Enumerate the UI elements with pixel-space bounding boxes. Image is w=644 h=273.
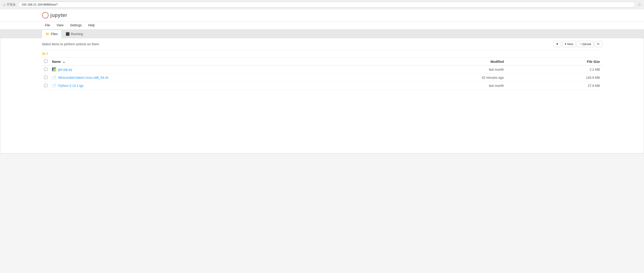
jupyter-logo: jupyter [0, 11, 644, 21]
breadcrumb-path: / [47, 52, 48, 56]
file-icon: 🐍 [52, 67, 56, 72]
refresh-button[interactable]: ↻ [594, 41, 602, 47]
menu-help[interactable]: Help [85, 21, 98, 29]
sort-arrow-icon: ▲ [63, 60, 65, 63]
row-size-cell: 140.9 MB [506, 74, 602, 82]
upload-button[interactable]: ↑ Upload [577, 41, 594, 47]
running-tab-label: Running [71, 32, 83, 36]
modified-column-header[interactable]: Modified [367, 58, 506, 66]
file-icon: 📄 [52, 75, 56, 80]
file-manager: Select items to perform actions on them.… [0, 38, 644, 154]
main-content: 📁 Files ⬛ Running Select items to perfor… [0, 29, 644, 273]
row-name-cell: 📄Python-3.13.1.tgz [50, 82, 367, 90]
breadcrumb-folder-icon: 📁 [42, 52, 46, 56]
table-header-row: Name ▲ Modified File Size [42, 58, 602, 66]
refresh-icon: ↻ [597, 42, 600, 46]
running-tab-icon: ⬛ [66, 32, 70, 36]
select-all-checkbox[interactable] [44, 60, 48, 63]
file-table-body: 🐍get-pip.pylast month2.2 MB📄Miniconda3-l… [42, 66, 602, 90]
filter-icon: ▼ [556, 42, 559, 46]
file-table: Name ▲ Modified File Size 🐍get-pip.pylas… [42, 58, 602, 90]
row-modified-cell: last month [367, 66, 506, 74]
new-button[interactable]: ▾ New [562, 41, 576, 47]
warning-text: 不安全 [7, 2, 16, 7]
row-size-cell: 27.9 MB [506, 82, 602, 90]
tab-files[interactable]: 📁 Files [42, 29, 62, 38]
browser-chrome: ⚠ 不安全 192.168.21.184:8888/tree? ☆ [0, 0, 644, 9]
table-row: 📄Miniconda3-latest-Linux-x86_64.sh32 min… [42, 74, 602, 82]
svg-point-0 [42, 11, 49, 19]
svg-point-2 [42, 11, 49, 19]
file-icon: 📄 [52, 84, 56, 88]
row-checkbox-1[interactable] [44, 76, 48, 79]
row-size-cell: 2.2 MB [506, 66, 602, 74]
file-name[interactable]: Miniconda3-latest-Linux-x86_64.sh [58, 76, 108, 79]
row-modified-cell: last month [367, 82, 506, 90]
menu-settings[interactable]: Settings [67, 21, 85, 29]
bookmark-icon[interactable]: ☆ [638, 2, 641, 7]
breadcrumb: 📁 / [42, 50, 602, 58]
row-checkbox-cell [42, 74, 50, 82]
filesize-column-header[interactable]: File Size [506, 58, 602, 66]
jupyter-logo-text: jupyter [50, 12, 67, 18]
menu-file[interactable]: File [42, 21, 54, 29]
upload-button-label: ↑ Upload [579, 42, 591, 46]
row-checkbox-0[interactable] [44, 68, 48, 71]
jupyter-logo-icon [42, 11, 49, 19]
files-tab-label: Files [51, 32, 58, 36]
filter-button[interactable]: ▼ [553, 41, 561, 47]
file-name[interactable]: get-pip.py [58, 68, 72, 71]
table-row: 🐍get-pip.pylast month2.2 MB [42, 66, 602, 74]
menu-view[interactable]: View [54, 21, 67, 29]
app-header: jupyter File View Settings Help [0, 9, 644, 29]
menu-bar: File View Settings Help [0, 21, 644, 29]
row-modified-cell: 32 minutes ago [367, 74, 506, 82]
tab-bar: 📁 Files ⬛ Running [0, 29, 644, 38]
row-name-cell: 📄Miniconda3-latest-Linux-x86_64.sh [50, 74, 367, 82]
toolbar-actions: ▼ ▾ New ↑ Upload ↻ [553, 41, 602, 47]
tab-running[interactable]: ⬛ Running [62, 29, 87, 38]
name-column-header[interactable]: Name ▲ [50, 58, 367, 66]
warning-icon: ⚠ [3, 3, 6, 6]
file-name[interactable]: Python-3.13.1.tgz [58, 84, 84, 87]
table-row: 📄Python-3.13.1.tgzlast month27.9 MB [42, 82, 602, 90]
new-button-label: ▾ New [565, 42, 573, 46]
row-checkbox-2[interactable] [44, 84, 48, 87]
row-checkbox-cell [42, 82, 50, 90]
files-tab-icon: 📁 [46, 32, 50, 36]
name-column-label: Name [52, 60, 61, 63]
url-bar[interactable]: 192.168.21.184:8888/tree? [18, 1, 635, 7]
select-all-header [42, 58, 50, 66]
select-message: Select items to perform actions on them. [42, 42, 100, 46]
security-warning: ⚠ 不安全 [3, 2, 16, 7]
row-name-cell: 🐍get-pip.py [50, 66, 367, 74]
row-checkbox-cell [42, 66, 50, 74]
file-manager-toolbar: Select items to perform actions on them.… [42, 38, 602, 50]
